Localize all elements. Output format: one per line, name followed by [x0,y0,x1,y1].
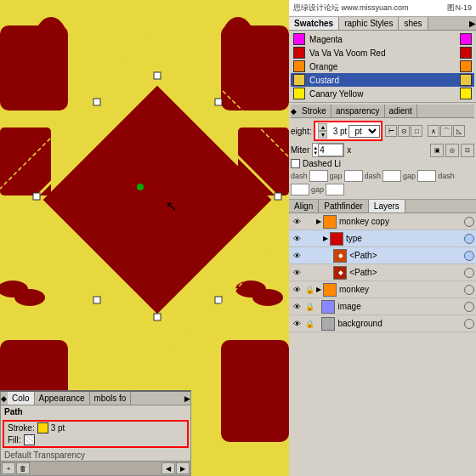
lock-icon-monkey-copy[interactable] [303,216,315,228]
expand-icon-monkey[interactable]: ▶ [316,286,321,293]
weight-spinner[interactable]: ▲ ▼ [318,123,327,139]
tab-swatches[interactable]: Swatches [289,17,339,30]
color-panel-menu[interactable]: ▶ [184,392,190,405]
miter-value-input[interactable] [318,144,343,156]
lock-icon-type[interactable] [303,233,315,245]
swatch-item-red[interactable]: Va Va Va Voom Red [291,46,474,60]
tab-color[interactable]: Colo [8,392,35,405]
swatch-item-orange[interactable]: Orange [291,60,474,73]
spin-down[interactable]: ▼ [318,131,327,139]
join-bevel-btn[interactable]: ◺ [453,125,465,137]
swatch-item-canary[interactable]: Canary Yellow [291,87,474,100]
thumb-monkey [323,283,337,297]
path-rows-inner: Stroke: 3 pt Fill: [8,422,65,445]
tab-symbols[interactable]: mbols fo [90,392,132,405]
tab-appearance[interactable]: Appearance [35,392,90,405]
layer-item-background[interactable]: 👁 🔒 background [289,315,476,332]
cap-join-buttons: ⊢ ⊙ □ ∧ ⌒ ◺ [385,125,465,137]
gap-input-2[interactable] [417,170,436,182]
delete-swatch-btn[interactable]: 🗑 [16,462,30,474]
layer-circle-path2[interactable] [464,268,474,278]
tab-graphic-styles[interactable]: raphic Styles [339,17,399,30]
eye-icon-background[interactable]: 👁 [291,318,303,330]
swatch-item-magenta[interactable]: Magenta [291,32,474,46]
path-label: Path [1,405,190,418]
stroke-swatch-display [37,422,48,434]
thumb-monkey-copy [323,215,337,229]
layer-circle-monkey-copy[interactable] [464,217,474,227]
tab-transparency[interactable]: ansparency [332,105,385,117]
eye-icon-monkey-copy[interactable]: 👁 [291,216,303,228]
svg-rect-24 [154,314,161,320]
color-panel: ◆ Colo Appearance mbols fo ▶ Path Stroke… [0,390,191,476]
layer-circle-image[interactable] [464,302,474,312]
swatch-end-magenta [460,33,472,45]
layer-circle-monkey[interactable] [464,285,474,295]
layer-item-monkey[interactable]: 👁 🔒 ▶ monkey [289,281,476,298]
layer-name-background: background [337,319,464,328]
weight-label: eight: [291,127,311,136]
lock-icon-background[interactable]: 🔒 [303,318,315,330]
layer-item-monkey-copy[interactable]: 👁 ▶ monkey copy [289,213,476,230]
prev-btn[interactable]: ◀ [162,462,175,474]
lock-icon-path2[interactable] [303,267,315,279]
lock-icon-monkey[interactable]: 🔒 [303,284,315,296]
cap-butt-btn[interactable]: ⊢ [385,125,397,137]
svg-rect-25 [33,193,40,200]
expand-icon-type[interactable]: ▶ [323,235,328,242]
spin-up[interactable]: ▲ [318,123,327,131]
layer-name-path2: <Path> [349,268,464,277]
next-btn[interactable]: ▶ [176,462,190,474]
dash-input-1[interactable] [309,170,328,182]
align-center-btn[interactable]: ◎ [445,144,459,157]
swatch-item-custard[interactable]: Custard [291,73,474,87]
dash-input-3[interactable] [291,184,309,196]
svg-rect-20 [43,86,272,314]
layer-circle-path1[interactable] [464,251,474,261]
cap-round-btn[interactable]: ⊙ [398,125,410,137]
layer-circle-background[interactable] [464,319,474,329]
tab-brushes[interactable]: shes [399,17,428,30]
lock-icon-image[interactable]: 🔒 [303,301,315,313]
nav-buttons: ◀ ▶ [162,462,190,474]
join-round-btn[interactable]: ⌒ [440,125,452,137]
tab-pathfinder[interactable]: Pathfinder [319,200,369,212]
dash-input-2[interactable] [382,170,401,182]
eye-icon-type[interactable]: 👁 [291,233,303,245]
stroke-value-display: 3 pt [51,423,65,433]
cap-square-btn[interactable]: □ [411,125,422,137]
join-miter-btn[interactable]: ∧ [428,125,439,137]
layer-item-path2[interactable]: 👁 ◆ <Path> [289,264,476,281]
layers-panel: Align Pathfinder Layers 👁 ▶ monkey copy … [289,200,476,476]
panel-menu-btn[interactable]: ▶ [469,19,476,28]
miter-row: Miter ▲ ▼ x ▣ ◎ ⊡ [291,143,474,157]
eye-icon-image[interactable]: 👁 [291,301,303,313]
tab-stroke[interactable]: Stroke [298,105,332,117]
gap-input-3[interactable] [326,184,344,196]
tab-align[interactable]: Align [289,200,319,212]
tab-gradient[interactable]: adient [385,105,417,117]
new-swatch-btn[interactable]: + [2,462,15,474]
weight-unit-select[interactable]: pt px in [348,125,380,138]
eye-icon-monkey[interactable]: 👁 [291,284,303,296]
align-outside-btn[interactable]: ⊡ [461,144,474,157]
eye-icon-path2[interactable]: 👁 [291,267,303,279]
layer-item-type[interactable]: 👁 ▶ type [289,230,476,247]
layer-item-image[interactable]: 👁 🔒 image [289,298,476,315]
tab-layers[interactable]: Layers [369,200,405,212]
gap-label-1: gap [330,172,343,180]
lock-icon-path1[interactable] [303,250,315,262]
layer-item-path1[interactable]: 👁 ◆ <Path> [289,247,476,264]
swatch-color-magenta [293,33,305,45]
thumb-path2: ◆ [333,266,347,280]
expand-icon-monkey-copy[interactable]: ▶ [316,218,321,225]
layer-circle-type[interactable] [464,234,474,244]
svg-rect-2 [0,26,68,110]
gap-input-1[interactable] [344,170,363,182]
dashed-checkbox[interactable] [291,159,300,168]
align-inside-btn[interactable]: ▣ [430,144,444,157]
svg-rect-22 [154,72,161,79]
eye-icon-path1[interactable]: 👁 [291,250,303,262]
watermark-site: 思绿设计论坛 www.missyuan.com [293,3,409,14]
swatches-tabs: Swatches raphic Styles shes ▶ [289,17,476,31]
